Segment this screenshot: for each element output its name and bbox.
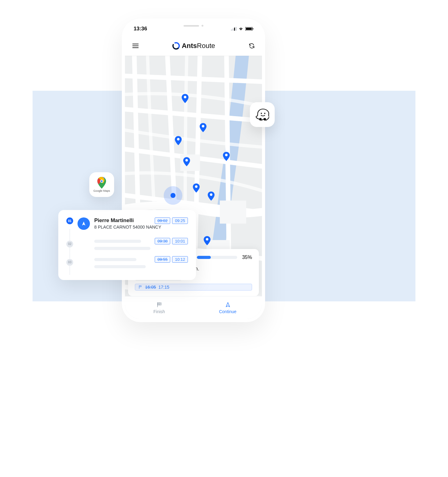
- svg-point-13: [184, 96, 186, 98]
- wifi-icon: [238, 27, 243, 31]
- svg-rect-6: [253, 28, 253, 30]
- eta-old: 09:55: [155, 256, 171, 263]
- stop-name: Pierre Martinelli: [94, 217, 134, 224]
- app-header: AntsRoute: [125, 36, 262, 56]
- status-time: 13:36: [134, 26, 147, 32]
- navigate-icon: [225, 302, 231, 308]
- svg-rect-0: [231, 29, 232, 31]
- step-badge: 02: [66, 241, 73, 247]
- eta-new: 09:25: [172, 217, 188, 224]
- signal-icon: [231, 27, 237, 31]
- battery-icon: [245, 27, 253, 31]
- svg-point-18: [195, 185, 197, 188]
- svg-point-26: [264, 113, 265, 114]
- map-pin[interactable]: [223, 152, 230, 161]
- svg-rect-10: [220, 201, 246, 224]
- svg-rect-2: [234, 28, 235, 31]
- app-logo: AntsRoute: [172, 42, 215, 50]
- eta-old: 09:02: [155, 217, 171, 224]
- menu-icon[interactable]: [132, 42, 139, 50]
- svg-point-28: [264, 118, 266, 120]
- eta-new: 10:01: [172, 238, 188, 244]
- flag-icon: [138, 285, 143, 289]
- google-maps-card[interactable]: Google Maps: [89, 172, 114, 197]
- svg-point-14: [177, 138, 180, 140]
- svg-point-27: [259, 118, 262, 120]
- svg-point-19: [210, 193, 212, 196]
- svg-point-15: [202, 125, 204, 127]
- finish-tab[interactable]: Finish: [125, 296, 193, 319]
- map-pin[interactable]: [182, 94, 189, 103]
- stops-card: 01 Pierre Martinelli 09:02 09:25 8 PLACE…: [58, 210, 196, 280]
- progress-bar: [197, 256, 237, 259]
- stop-address: 8 PLACE CARNOT 54000 NANCY: [94, 225, 188, 230]
- svg-point-24: [101, 180, 103, 182]
- eta-old: 09:38: [155, 238, 171, 244]
- arrival-time-chip: 16:05 17:15: [135, 284, 252, 291]
- step-badge: 03: [66, 259, 73, 266]
- map-pin[interactable]: [183, 157, 190, 166]
- svg-point-16: [185, 159, 188, 161]
- map-pin[interactable]: [175, 136, 182, 145]
- waze-card[interactable]: [250, 102, 275, 127]
- svg-rect-5: [246, 28, 252, 30]
- refresh-icon[interactable]: [248, 42, 255, 49]
- svg-point-20: [206, 238, 208, 240]
- progress-percent: 35%: [242, 255, 252, 260]
- my-location-dot: [171, 193, 175, 198]
- continue-tab[interactable]: Continue: [193, 296, 262, 319]
- map-pin[interactable]: [193, 183, 200, 193]
- svg-rect-1: [233, 28, 233, 31]
- arrow-icon: [81, 221, 86, 226]
- svg-point-17: [225, 154, 228, 156]
- logo-mark-icon: [172, 42, 180, 50]
- flag-checkered-icon: [156, 302, 163, 308]
- step-badge: 01: [66, 217, 73, 224]
- google-maps-label: Google Maps: [93, 189, 110, 192]
- map-pin[interactable]: [204, 236, 211, 245]
- svg-point-25: [261, 113, 262, 114]
- bottom-tabbar: Finish Continue: [125, 296, 262, 319]
- waze-icon: [255, 108, 269, 121]
- google-maps-icon: [97, 177, 106, 189]
- stop-row[interactable]: 03 09:55 10:12: [66, 256, 188, 268]
- stop-row[interactable]: 02 09:38 10:01: [66, 238, 188, 250]
- phone-notch: [169, 22, 218, 30]
- svg-rect-3: [236, 27, 237, 31]
- eta-new: 10:12: [172, 256, 188, 263]
- map-pin[interactable]: [208, 191, 215, 201]
- map-pin[interactable]: [200, 123, 206, 132]
- stop-row-active[interactable]: 01 Pierre Martinelli 09:02 09:25 8 PLACE…: [66, 217, 188, 230]
- navigate-button[interactable]: [78, 217, 90, 230]
